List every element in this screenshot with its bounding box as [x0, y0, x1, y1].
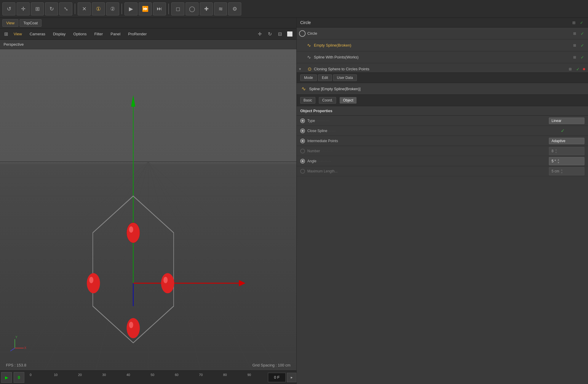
fps-display: FPS : 153.8: [6, 363, 26, 367]
toolbar-plus-btn[interactable]: ✚: [200, 2, 213, 15]
frame-display[interactable]: 0 F: [268, 373, 286, 382]
hier-view-btn-empty-spline[interactable]: ⊞: [571, 42, 578, 49]
svg-point-33: [129, 322, 133, 328]
prop-radio-max-length[interactable]: [300, 169, 305, 174]
circle-icon: [299, 30, 306, 37]
viewport-area: View TopCoat ⊞ View Cameras Display Opti…: [0, 18, 296, 384]
toolbar-scale-btn[interactable]: ⤡: [59, 2, 72, 15]
timeline-scroll-btn[interactable]: ▸: [287, 373, 296, 382]
hier-view-btn-circle[interactable]: ⊞: [571, 30, 578, 37]
prop-value-number[interactable]: 8 ▲▼: [549, 147, 584, 155]
menu-display[interactable]: Display: [49, 31, 69, 37]
menu-options[interactable]: Options: [70, 31, 90, 37]
hier-check-btn-circle[interactable]: ✓: [579, 30, 586, 37]
menu-move-icon[interactable]: ✛: [255, 30, 264, 38]
viewport-grid: [0, 49, 296, 370]
viewport-info: FPS : 153.8 Grid Spacing : 100 cm: [0, 363, 296, 367]
toolbar-y2-btn[interactable]: ②: [106, 2, 119, 15]
menu-layout-icon[interactable]: ⊟: [276, 30, 284, 38]
prop-value-max-length[interactable]: 5 cm ▲▼: [549, 167, 584, 175]
menu-prorender[interactable]: ProRender: [124, 31, 150, 37]
prop-label-type: Type ···········: [307, 119, 549, 123]
toolbar-play-btn[interactable]: ▶: [124, 2, 138, 15]
menu-panel[interactable]: Panel: [107, 31, 124, 37]
prop-radio-angle[interactable]: [300, 159, 305, 164]
max-length-spinner-arrows[interactable]: ▲▼: [560, 168, 563, 174]
tab-topcoat[interactable]: TopCoat: [20, 19, 41, 27]
toolbar-xmark-btn[interactable]: ✕: [78, 2, 91, 15]
user-data-btn[interactable]: User Data: [333, 74, 357, 81]
hier-check-btn-cloner[interactable]: ✓: [575, 66, 581, 72]
toolbar-y1-btn[interactable]: ①: [92, 2, 105, 15]
hier-controls-empty-spline: ⊞ ✓: [571, 42, 586, 49]
toolbar-undo-btn[interactable]: ↺: [2, 2, 15, 15]
toolbar-move-btn[interactable]: ✛: [17, 2, 30, 15]
prop-value-close-spline[interactable]: ✓: [561, 128, 584, 134]
tab-basic[interactable]: Basic: [300, 97, 315, 104]
tab-view[interactable]: View: [2, 19, 18, 27]
prop-radio-intermediate[interactable]: [300, 139, 305, 143]
hier-item-cloner[interactable]: ▾ ⊙ Cloning Sphere to Circles Points ⊞ ✓…: [297, 63, 588, 73]
spline-title-row: ∿ Spline [Empty Spline(Broken)]: [297, 83, 588, 95]
menu-refresh-icon[interactable]: ↻: [266, 30, 274, 38]
hier-controls-circle: ⊞ ✓: [571, 30, 586, 37]
svg-point-31: [164, 277, 168, 283]
mode-btn[interactable]: Mode: [300, 74, 317, 81]
prop-value-type[interactable]: Linear: [549, 118, 584, 124]
toolbar-bump-btn[interactable]: ≋: [214, 2, 227, 15]
toolbar-grid-btn[interactable]: ⊞: [31, 2, 44, 15]
edit-btn[interactable]: Edit: [318, 74, 332, 81]
top-toolbar: ↺ ✛ ⊞ ↻ ⤡ ✕ ① ② ▶ ⏩ ⏭ ◻ ◯ ✚ ≋ ⚙: [0, 0, 588, 18]
hier-controls-cloner: ⊞ ✓ ●: [567, 66, 586, 72]
tab-coord[interactable]: Coord.: [319, 97, 336, 104]
hier-check-btn-empty-spline[interactable]: ✓: [579, 42, 586, 49]
prop-radio-close-spline[interactable]: [300, 128, 305, 133]
menu-view[interactable]: View: [10, 31, 25, 37]
prop-radio-number[interactable]: [300, 149, 305, 153]
timeline-frame-zero[interactable]: 0: [14, 372, 24, 383]
hier-view-icon[interactable]: ⊞: [571, 20, 577, 26]
main-layout: View TopCoat ⊞ View Cameras Display Opti…: [0, 18, 588, 384]
timeline-ruler[interactable]: 0 10 20 30 40 50 60 70 80 90: [25, 371, 267, 384]
prop-dots-angle: ···········: [317, 159, 331, 163]
menu-filter[interactable]: Filter: [91, 31, 106, 37]
tab-object[interactable]: Object: [340, 97, 357, 104]
prop-value-angle[interactable]: 5 ° ▲▼: [549, 157, 584, 165]
menu-maximize-icon[interactable]: ⬜: [286, 30, 294, 38]
hier-check-btn-spline-works[interactable]: ✓: [579, 54, 586, 61]
hier-view-btn-cloner[interactable]: ⊞: [567, 66, 573, 72]
hier-controls-spline-works: ⊞ ✓: [571, 54, 586, 61]
hier-item-empty-spline[interactable]: ∿ Empty Spline(Broken) ⊞ ✓: [297, 39, 588, 51]
prop-radio-type[interactable]: [300, 118, 305, 123]
toolbar-gear-btn[interactable]: ⚙: [228, 2, 241, 15]
toolbar-sep-3: [168, 4, 169, 14]
hier-view-btn-spline-works[interactable]: ⊞: [571, 54, 578, 61]
toolbar-end-btn[interactable]: ⏭: [153, 2, 166, 15]
svg-point-30: [161, 273, 174, 293]
hier-item-circle[interactable]: Circle ⊞ ✓: [297, 28, 588, 39]
hier-check-icon[interactable]: ✓: [579, 20, 584, 26]
toolbar-cube-btn[interactable]: ◻: [171, 2, 184, 15]
menu-grid-icon: ⊞: [2, 31, 9, 38]
angle-spinner-arrows[interactable]: ▲▼: [557, 158, 560, 164]
menu-cameras[interactable]: Cameras: [26, 31, 49, 37]
svg-point-27: [129, 226, 133, 233]
toolbar-step-btn[interactable]: ⏩: [139, 2, 152, 15]
number-spinner-arrows[interactable]: ▲▼: [555, 148, 557, 154]
toolbar-rotate-btn[interactable]: ↻: [45, 2, 58, 15]
hier-collapse-cloner[interactable]: ▾: [299, 67, 305, 71]
prop-row-angle: Angle ··········· 5 ° ▲▼: [297, 156, 588, 166]
prop-value-intermediate[interactable]: Adaptive: [549, 138, 584, 144]
hierarchy-header: Circle ⊞ ✓: [297, 18, 588, 28]
timeline-play-btn[interactable]: ▶: [1, 372, 12, 383]
grid-spacing: Grid Spacing : 100 cm: [252, 363, 290, 367]
mode-bar: Mode Edit User Data: [297, 73, 588, 83]
hier-item-spline-works[interactable]: ∿ Spline With Points(Works) ⊞ ✓: [297, 51, 588, 63]
svg-point-26: [127, 223, 140, 243]
prop-label-number: Number ··········: [307, 149, 549, 153]
hier-label-spline-works: Spline With Points(Works): [314, 55, 571, 59]
right-panel: Circle ⊞ ✓ Circle ⊞ ✓ ∿ Empty Spline(Bro…: [296, 18, 588, 384]
toolbar-sphere-btn[interactable]: ◯: [186, 2, 199, 15]
svg-text:X: X: [24, 346, 26, 350]
3d-viewport[interactable]: Y X FPS : 153.8 Grid Spacing : 100 cm: [0, 49, 296, 370]
